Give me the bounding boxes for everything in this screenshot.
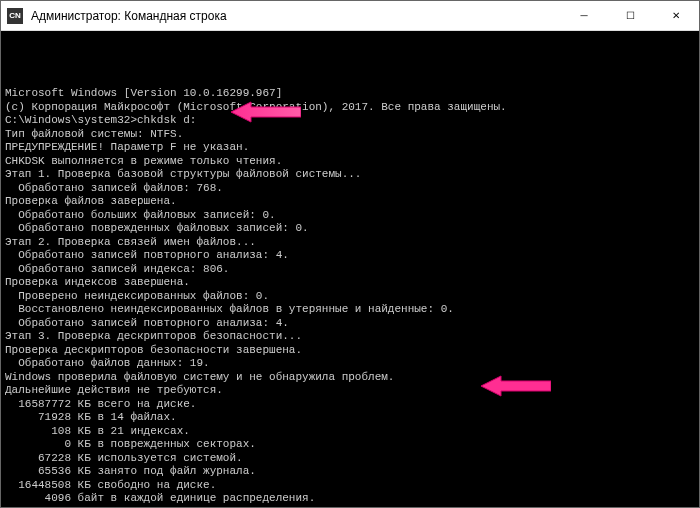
terminal-line: Проверка индексов завершена. <box>5 276 695 290</box>
terminal-line: Восстановлено неиндексированных файлов в… <box>5 303 695 317</box>
terminal-line: Этап 3. Проверка дескрипторов безопаснос… <box>5 330 695 344</box>
terminal-line: 108 КБ в 21 индексах. <box>5 425 695 439</box>
terminal-line: CHKDSK выполняется в режиме только чтени… <box>5 155 695 169</box>
terminal-output[interactable]: Microsoft Windows [Version 10.0.16299.96… <box>1 31 699 507</box>
terminal-line: Этап 2. Проверка связей имен файлов... <box>5 236 695 250</box>
close-button[interactable]: ✕ <box>653 1 699 30</box>
terminal-line: Обработано записей индекса: 806. <box>5 263 695 277</box>
terminal-line: Обработано больших файловых записей: 0. <box>5 209 695 223</box>
window-title: Администратор: Командная строка <box>29 9 561 23</box>
terminal-line: Обработано записей повторного анализа: 4… <box>5 249 695 263</box>
command-prompt-window: CN Администратор: Командная строка ─ ☐ ✕ <box>0 0 700 508</box>
terminal-line: 67228 КБ используется системой. <box>5 452 695 466</box>
terminal-line: Обработано файлов данных: 19. <box>5 357 695 371</box>
window-controls: ─ ☐ ✕ <box>561 1 699 30</box>
terminal-line: Проверено неиндексированных файлов: 0. <box>5 290 695 304</box>
terminal-line: 16587772 КБ всего на диске. <box>5 398 695 412</box>
titlebar[interactable]: CN Администратор: Командная строка ─ ☐ ✕ <box>1 1 699 31</box>
terminal-line: C:\Windows\system32>chkdsk d: <box>5 114 695 128</box>
terminal-line: Windows проверила файловую систему и не … <box>5 371 695 385</box>
terminal-line: Проверка файлов завершена. <box>5 195 695 209</box>
app-icon: CN <box>7 8 23 24</box>
terminal-line: Тип файловой системы: NTFS. <box>5 128 695 142</box>
terminal-line: 0 КБ в поврежденных секторах. <box>5 438 695 452</box>
terminal-line: Обработано записей файлов: 768. <box>5 182 695 196</box>
terminal-line: Всего единиц распределения на диске: 414… <box>5 506 695 508</box>
terminal-line: 16448508 КБ свободно на диске. <box>5 479 695 493</box>
terminal-line: 71928 КБ в 14 файлах. <box>5 411 695 425</box>
terminal-line: ПРЕДУПРЕЖДЕНИЕ! Параметр F не указан. <box>5 141 695 155</box>
terminal-line: Проверка дескрипторов безопасности завер… <box>5 344 695 358</box>
minimize-button[interactable]: ─ <box>561 1 607 30</box>
maximize-button[interactable]: ☐ <box>607 1 653 30</box>
terminal-line: Обработано записей повторного анализа: 4… <box>5 317 695 331</box>
terminal-line: Обработано поврежденных файловых записей… <box>5 222 695 236</box>
terminal-line: Дальнейшие действия не требуются. <box>5 384 695 398</box>
terminal-line: 4096 байт в каждой единице распределения… <box>5 492 695 506</box>
terminal-line: Этап 1. Проверка базовой структуры файло… <box>5 168 695 182</box>
terminal-line: Microsoft Windows [Version 10.0.16299.96… <box>5 87 695 101</box>
terminal-line: (c) Корпорация Майкрософт (Microsoft Cor… <box>5 101 695 115</box>
terminal-line: 65536 КБ занято под файл журнала. <box>5 465 695 479</box>
